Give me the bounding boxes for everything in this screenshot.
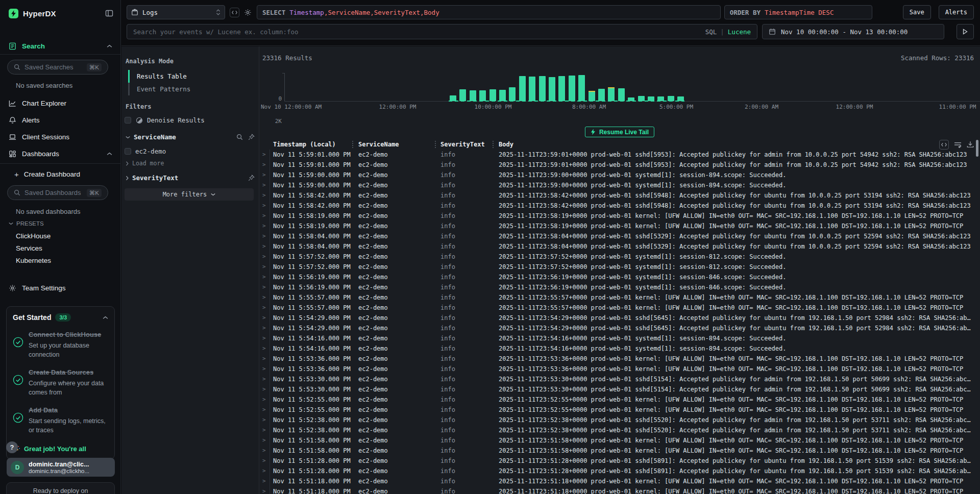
presets-section-toggle[interactable]: PRESETS: [9, 220, 44, 227]
source-select[interactable]: Logs: [127, 5, 225, 19]
row-expand-chevron[interactable]: >: [259, 180, 270, 190]
sidebar-item-search[interactable]: Search: [0, 40, 120, 52]
table-row[interactable]: >Nov 11 5:54:16.000 PMec2-demoinfo2025-1…: [259, 343, 980, 354]
help-button[interactable]: ?: [6, 441, 18, 453]
saved-searches-input[interactable]: Saved Searches ⌘K: [7, 60, 108, 75]
table-row[interactable]: >Nov 11 5:52:55.000 PMec2-demoinfo2025-1…: [259, 405, 980, 415]
histogram-bar[interactable]: [628, 97, 634, 101]
sidebar-item-chart-explorer[interactable]: Chart Explorer: [0, 97, 120, 109]
alerts-button[interactable]: Alerts: [939, 5, 974, 19]
select-columns-input[interactable]: SELECT Timestamp,ServiceName,SeverityTex…: [257, 5, 721, 19]
table-row[interactable]: >Nov 11 5:51:28.000 PMec2-demoinfo2025-1…: [259, 466, 980, 476]
histogram-bar[interactable]: [509, 87, 516, 101]
row-expand-chevron[interactable]: >: [259, 354, 270, 364]
table-row[interactable]: >Nov 11 5:52:38.000 PMec2-demoinfo2025-1…: [259, 425, 980, 435]
create-dashboard-button[interactable]: + Create Dashboard: [9, 170, 80, 179]
wrap-lines-icon[interactable]: [954, 141, 962, 148]
save-button[interactable]: Save: [903, 5, 931, 19]
header-body[interactable]: Body: [496, 139, 980, 150]
date-range-picker[interactable]: Nov 10 00:00:00 - Nov 13 00:00:00: [762, 24, 944, 39]
mode-event-patterns[interactable]: Event Patterns: [128, 83, 190, 95]
table-row[interactable]: >Nov 11 5:52:38.000 PMec2-demoinfo2025-1…: [259, 415, 980, 425]
table-row[interactable]: >Nov 11 5:51:58.000 PMec2-demoinfo2025-1…: [259, 446, 980, 456]
table-row[interactable]: >Nov 11 5:53:30.000 PMec2-demoinfo2025-1…: [259, 384, 980, 394]
row-expand-chevron[interactable]: >: [259, 446, 270, 456]
row-expand-chevron[interactable]: >: [259, 252, 270, 262]
row-expand-chevron[interactable]: >: [259, 394, 270, 405]
row-expand-chevron[interactable]: >: [259, 425, 270, 435]
results-histogram[interactable]: 2K 0 Nov 10 12:00:00 AM 12:00:00 PM 10:0…: [259, 46, 980, 115]
row-expand-chevron[interactable]: >: [259, 262, 270, 272]
filter-search-icon[interactable]: [236, 134, 243, 140]
column-resize-handle[interactable]: [435, 141, 436, 148]
histogram-bar[interactable]: [499, 90, 506, 101]
table-row[interactable]: >Nov 11 5:58:04.000 PMec2-demoinfo2025-1…: [259, 231, 980, 241]
table-row[interactable]: >Nov 11 5:58:19.000 PMec2-demoinfo2025-1…: [259, 211, 980, 221]
row-expand-chevron[interactable]: >: [259, 201, 270, 211]
table-row[interactable]: >Nov 11 5:57:52.000 PMec2-demoinfo2025-1…: [259, 252, 980, 262]
sidebar-item-alerts[interactable]: Alerts: [0, 114, 120, 126]
row-expand-chevron[interactable]: >: [259, 415, 270, 425]
histogram-bar[interactable]: [569, 76, 575, 101]
chevron-up-icon[interactable]: [103, 316, 108, 319]
row-expand-chevron[interactable]: >: [259, 486, 270, 494]
table-scrollbar-thumb[interactable]: [976, 140, 978, 157]
table-row[interactable]: >Nov 11 5:57:52.000 PMec2-demoinfo2025-1…: [259, 262, 980, 272]
header-severitytext[interactable]: SeverityText: [437, 139, 496, 150]
column-resize-handle[interactable]: [493, 141, 494, 148]
row-expand-chevron[interactable]: >: [259, 456, 270, 466]
row-expand-chevron[interactable]: >: [259, 333, 270, 343]
preset-kubernetes[interactable]: Kubernetes: [16, 257, 51, 264]
row-expand-chevron[interactable]: >: [259, 364, 270, 374]
lang-toggle-sql[interactable]: SQL: [705, 28, 717, 36]
table-row[interactable]: >Nov 11 5:59:00.000 PMec2-demoinfo2025-1…: [259, 180, 980, 190]
table-row[interactable]: >Nov 11 5:58:04.000 PMec2-demoinfo2025-1…: [259, 241, 980, 252]
row-expand-chevron[interactable]: >: [259, 272, 270, 282]
row-expand-chevron[interactable]: >: [259, 343, 270, 354]
histogram-bar[interactable]: [657, 96, 664, 101]
row-expand-chevron[interactable]: >: [259, 211, 270, 221]
order-by-input[interactable]: ORDER BY TimestampTime DESC: [724, 5, 872, 19]
table-row[interactable]: >Nov 11 5:51:18.000 PMec2-demoinfo2025-1…: [259, 486, 980, 494]
row-expand-chevron[interactable]: >: [259, 241, 270, 252]
table-row[interactable]: >Nov 11 5:53:30.000 PMec2-demoinfo2025-1…: [259, 374, 980, 384]
table-row[interactable]: >Nov 11 5:52:55.000 PMec2-demoinfo2025-1…: [259, 394, 980, 405]
row-expand-chevron[interactable]: >: [259, 190, 270, 201]
histogram-bar[interactable]: [648, 96, 654, 101]
table-row[interactable]: >Nov 11 5:55:57.000 PMec2-demoinfo2025-1…: [259, 292, 980, 303]
header-servicename[interactable]: ServiceName: [355, 139, 437, 150]
table-row[interactable]: >Nov 11 5:51:28.000 PMec2-demoinfo2025-1…: [259, 456, 980, 466]
filter-group-severitytext[interactable]: SeverityText: [126, 174, 255, 182]
table-row[interactable]: >Nov 11 5:58:19.000 PMec2-demoinfo2025-1…: [259, 221, 980, 231]
row-expand-chevron[interactable]: >: [259, 323, 270, 333]
table-row[interactable]: >Nov 11 5:54:29.000 PMec2-demoinfo2025-1…: [259, 323, 980, 333]
download-icon[interactable]: [967, 141, 974, 148]
column-resize-handle[interactable]: [352, 141, 353, 148]
sidebar-item-dashboards[interactable]: Dashboards: [0, 147, 120, 160]
histogram-bar[interactable]: [529, 77, 535, 101]
histogram-bar[interactable]: [470, 90, 476, 101]
ec2-demo-checkbox[interactable]: [125, 148, 131, 155]
row-expand-chevron[interactable]: >: [259, 476, 270, 486]
run-query-button[interactable]: [957, 24, 974, 39]
row-expand-chevron[interactable]: >: [259, 292, 270, 303]
row-expand-chevron[interactable]: >: [259, 231, 270, 241]
histogram-bar[interactable]: [549, 77, 555, 101]
pin-icon[interactable]: [248, 134, 255, 140]
table-row[interactable]: >Nov 11 5:56:19.000 PMec2-demoinfo2025-1…: [259, 272, 980, 282]
histogram-bar[interactable]: [608, 87, 615, 101]
source-settings-gear-icon[interactable]: [244, 9, 252, 16]
histogram-bar[interactable]: [578, 75, 585, 101]
preset-services[interactable]: Services: [16, 244, 42, 252]
histogram-bar[interactable]: [450, 95, 456, 101]
sidebar-item-team-settings[interactable]: Team Settings: [0, 282, 120, 294]
resume-live-tail-button[interactable]: Resume Live Tail: [585, 127, 654, 137]
row-expand-chevron[interactable]: >: [259, 170, 270, 180]
load-more-button[interactable]: Load more: [126, 160, 164, 167]
histogram-bar[interactable]: [677, 96, 684, 101]
table-row[interactable]: >Nov 11 5:58:42.000 PMec2-demoinfo2025-1…: [259, 190, 980, 201]
mode-results-table[interactable]: Results Table: [128, 70, 190, 83]
denoise-results-row[interactable]: Denoise Results: [125, 116, 205, 124]
view-source-code-icon[interactable]: [939, 140, 949, 150]
histogram-bar[interactable]: [618, 88, 625, 101]
